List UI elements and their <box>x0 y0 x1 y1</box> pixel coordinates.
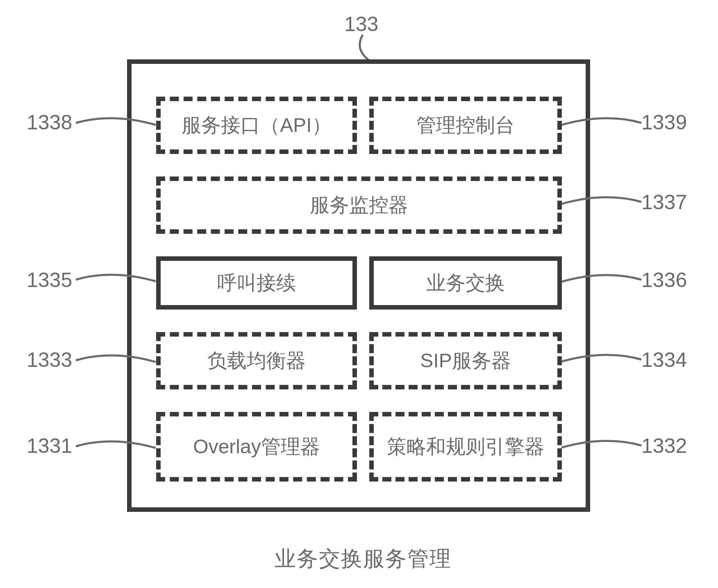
leader-1339 <box>561 117 643 133</box>
box-call: 呼叫接续 <box>156 256 357 310</box>
box-sip: SIP服务器 <box>369 332 562 389</box>
ref-1336: 1336 <box>641 268 687 292</box>
leader-1335 <box>76 272 158 289</box>
leader-1337 <box>561 196 643 212</box>
ref-1338: 1338 <box>27 111 72 134</box>
ref-1332: 1332 <box>641 434 687 458</box>
box-api: 服务接口（API） <box>156 97 357 154</box>
main-container: 服务接口（API） 管理控制台 服务监控器 呼叫接续 业务交换 负载均衡器 SI… <box>127 59 590 512</box>
ref-133: 133 <box>344 12 378 36</box>
leader-1333 <box>76 353 158 369</box>
box-overlay: Overlay管理器 <box>156 412 357 482</box>
caption: 业务交换服务管理 <box>275 545 452 573</box>
ref-1331: 1331 <box>27 434 72 458</box>
leader-1336 <box>561 274 643 290</box>
ref-1339: 1339 <box>641 111 687 134</box>
leader-1338 <box>76 117 158 133</box>
box-policy: 策略和规则引擎器 <box>369 412 562 482</box>
diagram-stage: 133 服务接口（API） 管理控制台 服务监控器 呼叫接续 业务交换 负载均衡… <box>0 0 718 588</box>
leader-1332 <box>561 439 643 456</box>
leader-1334 <box>561 353 643 370</box>
ref-1337: 1337 <box>641 190 687 214</box>
box-monitor: 服务监控器 <box>156 176 562 234</box>
box-console: 管理控制台 <box>369 97 562 154</box>
ref-1335: 1335 <box>27 268 72 292</box>
ref-1334: 1334 <box>641 348 687 372</box>
ref-1333: 1333 <box>27 348 72 372</box>
leader-1331 <box>76 439 158 455</box>
box-lb: 负载均衡器 <box>156 332 357 389</box>
box-switch: 业务交换 <box>369 256 562 310</box>
